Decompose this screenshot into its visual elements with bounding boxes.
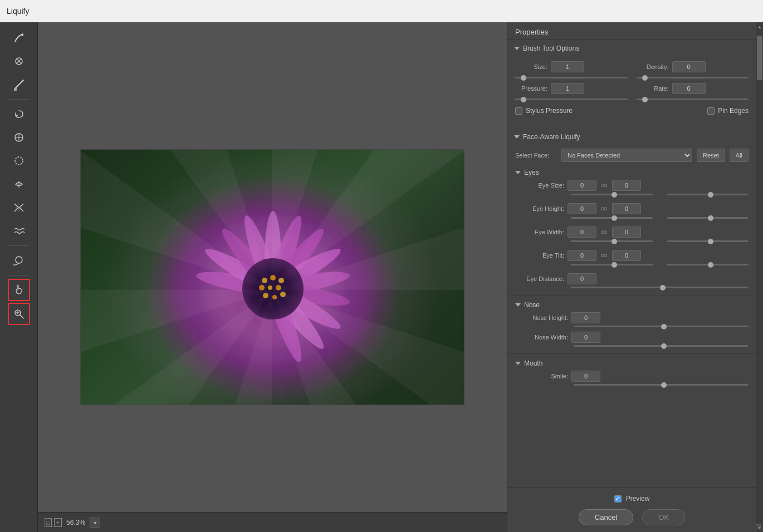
resize-handle[interactable]: ⊞	[755, 522, 762, 531]
eye-width-left-input[interactable]	[568, 226, 596, 238]
pucker-tool-btn[interactable]	[8, 126, 30, 149]
eye-width-right-input[interactable]	[612, 226, 641, 238]
cancel-button[interactable]: Cancel	[579, 509, 633, 525]
eye-width-label: Eye Width:	[515, 229, 564, 235]
density-slider-thumb[interactable]	[642, 75, 648, 81]
eye-size-right-thumb[interactable]	[708, 192, 713, 198]
preview-label: Preview	[626, 495, 650, 503]
all-button[interactable]: All	[730, 149, 749, 162]
size-slider-thumb[interactable]	[521, 75, 526, 81]
eye-width-right-slider[interactable]	[667, 240, 749, 242]
scroll-thumb[interactable]	[757, 36, 762, 80]
nose-height-input[interactable]	[571, 312, 600, 323]
eye-height-left-input[interactable]	[568, 203, 596, 214]
smile-slider[interactable]	[574, 384, 749, 386]
eye-tilt-left-thumb[interactable]	[612, 262, 617, 268]
eye-size-left-thumb[interactable]	[612, 192, 617, 198]
eye-distance-thumb[interactable]	[660, 285, 666, 290]
eye-size-right-slider[interactable]	[667, 194, 749, 195]
eyes-collapse-icon	[515, 171, 521, 174]
smooth-tool-btn[interactable]	[8, 73, 30, 96]
reconstruct-tool-btn[interactable]	[8, 50, 30, 72]
eye-width-left-thumb[interactable]	[612, 239, 617, 244]
mouth-header[interactable]: Mouth	[507, 356, 756, 370]
pressure-slider-thumb[interactable]	[521, 97, 526, 102]
size-slider[interactable]	[515, 77, 628, 78]
face-select-dropdown[interactable]: No Faces Detected	[561, 149, 692, 162]
rate-slider-thumb[interactable]	[642, 97, 648, 102]
eye-size-right-input[interactable]	[612, 180, 641, 191]
pin-edges-checkbox[interactable]	[707, 107, 715, 115]
size-label-input: Size:	[515, 61, 628, 72]
eye-height-right-input[interactable]	[612, 203, 641, 214]
hand-tool-btn[interactable]	[8, 279, 30, 301]
panel-scroll[interactable]: Brush Tool Options Size:	[507, 40, 756, 487]
brush-tool-options-header[interactable]: Brush Tool Options	[507, 40, 756, 57]
stylus-pressure-checkbox[interactable]	[515, 107, 522, 115]
nose-height-thumb[interactable]	[661, 324, 667, 329]
tool-divider-1	[9, 99, 29, 100]
twirl-tool-btn[interactable]	[8, 103, 30, 125]
eye-width-link-icon[interactable]: ∞	[600, 227, 609, 237]
svg-point-3	[15, 157, 23, 165]
right-panel: Properties Brush Tool Options Size:	[507, 22, 763, 532]
density-input[interactable]	[672, 61, 706, 72]
eye-tilt-left-slider[interactable]	[571, 264, 653, 265]
eye-height-left-thumb[interactable]	[612, 215, 617, 221]
reset-button[interactable]: Reset	[697, 149, 725, 162]
eye-size-link-icon[interactable]: ∞	[600, 180, 609, 190]
eye-size-left-slider[interactable]	[571, 194, 653, 195]
scrollbar[interactable]: ▲ ▼	[756, 22, 763, 532]
eye-height-right-slider[interactable]	[667, 217, 749, 219]
turbulence-tool-btn[interactable]	[8, 220, 30, 242]
pressure-input[interactable]	[551, 83, 584, 94]
eye-height-right-thumb[interactable]	[708, 215, 713, 221]
face-tool-btn[interactable]	[8, 249, 30, 272]
eye-tilt-right-thumb[interactable]	[708, 262, 713, 268]
pressure-slider[interactable]	[515, 98, 628, 100]
eye-tilt-link-icon[interactable]: ∞	[600, 250, 609, 260]
eye-tilt-label: Eye Tilt:	[515, 252, 564, 259]
zoom-dropdown-btn[interactable]: ▼	[90, 518, 100, 528]
face-aware-collapse-icon	[514, 135, 520, 139]
eyes-header[interactable]: Eyes	[507, 165, 756, 179]
size-input[interactable]	[551, 61, 584, 72]
eye-tilt-left-input[interactable]	[568, 250, 596, 261]
eye-size-left-input[interactable]	[568, 180, 596, 191]
eye-tilt-right-slider[interactable]	[667, 264, 749, 265]
smile-input[interactable]	[571, 371, 600, 382]
eye-height-left-slider[interactable]	[571, 217, 653, 219]
mirror-tool-btn[interactable]	[8, 196, 30, 219]
zoom-dropdown-icon: ▼	[92, 520, 97, 526]
scroll-track[interactable]	[756, 31, 763, 523]
rate-slider[interactable]	[637, 98, 749, 100]
nose-width-input[interactable]	[571, 332, 600, 343]
nose-width-thumb[interactable]	[661, 343, 667, 349]
ok-button[interactable]: OK	[642, 509, 685, 525]
canvas-image[interactable]	[80, 149, 464, 405]
nose-width-slider[interactable]	[574, 345, 749, 347]
density-col: Density:	[637, 61, 749, 78]
face-aware-header[interactable]: Face-Aware Liquify	[507, 129, 756, 145]
density-slider[interactable]	[637, 77, 749, 78]
eye-height-link-icon[interactable]: ∞	[600, 204, 609, 214]
warp-tool-btn[interactable]	[8, 27, 30, 49]
nose-header[interactable]: Nose	[507, 298, 756, 311]
eye-distance-input[interactable]	[568, 273, 596, 284]
scroll-up-btn[interactable]: ▲	[756, 22, 763, 31]
rate-input[interactable]	[672, 83, 706, 94]
eye-width-left-slider[interactable]	[571, 240, 653, 242]
zoom-tool-btn[interactable]	[8, 303, 30, 325]
eye-distance-slider[interactable]	[571, 287, 749, 288]
preview-checkbox[interactable]: ✓	[614, 495, 622, 503]
eye-height-row: Eye Height: ∞	[515, 203, 749, 214]
eye-height-label: Eye Height:	[515, 205, 564, 212]
bloat-tool-btn[interactable]	[8, 150, 30, 172]
nose-height-slider[interactable]	[574, 326, 749, 327]
smile-thumb[interactable]	[661, 382, 667, 388]
eye-tilt-right-input[interactable]	[612, 250, 641, 261]
eye-width-right-thumb[interactable]	[708, 239, 713, 244]
push-tool-btn[interactable]	[8, 173, 30, 195]
eye-height-section: Eye Height: ∞	[507, 202, 756, 225]
svg-point-4	[16, 257, 22, 263]
